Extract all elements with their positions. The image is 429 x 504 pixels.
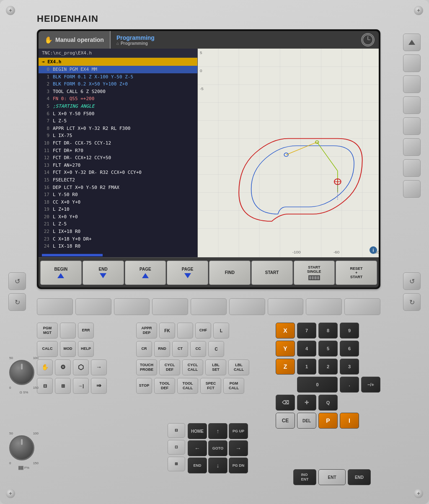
- stack-btn-1[interactable]: ⊟: [168, 423, 185, 438]
- cr-button[interactable]: CR: [136, 341, 152, 357]
- num4-button[interactable]: 4: [297, 341, 316, 357]
- fkey-6[interactable]: [229, 298, 265, 315]
- up-arrow-button[interactable]: ↑: [208, 423, 227, 439]
- start-button[interactable]: START: [251, 261, 293, 285]
- arrow-right-button[interactable]: →: [91, 359, 107, 375]
- table-row[interactable]: 21L Z-5: [39, 220, 197, 228]
- spec-fct-button[interactable]: SPECFCT: [200, 378, 221, 394]
- table-row[interactable]: 6L X+0 Y-50 F500: [39, 110, 197, 118]
- table-row[interactable]: 2BLK FORM 0.2 X+50 Y+100 Z+0: [39, 80, 197, 88]
- table-row[interactable]: 11FCT DR+ R70: [39, 147, 197, 155]
- rnd-button[interactable]: RND: [154, 341, 170, 357]
- home-button[interactable]: HOME: [188, 423, 207, 439]
- lbl-set-button[interactable]: LBLSET: [205, 359, 226, 375]
- num7-button[interactable]: 7: [297, 323, 316, 339]
- left-nav-rotate-left[interactable]: ↺: [8, 272, 26, 290]
- num5-button[interactable]: 5: [318, 341, 338, 357]
- program-button[interactable]: ⬡: [73, 359, 89, 375]
- arrow-btn-right2[interactable]: ⇒: [91, 378, 107, 394]
- table-row[interactable]: 13FLT AN+270: [39, 162, 197, 169]
- calc-button[interactable]: CALC: [37, 341, 58, 357]
- cycl-def-button[interactable]: CYCLDEF: [159, 359, 180, 375]
- scrollbar[interactable]: [42, 254, 194, 256]
- table-row[interactable]: 17L Y-50 R0: [39, 191, 197, 199]
- fkey-1[interactable]: [37, 298, 73, 315]
- l-btn[interactable]: L: [213, 323, 229, 339]
- cc-button[interactable]: CC: [190, 341, 206, 357]
- reset-start-button[interactable]: RESET+START: [336, 261, 377, 285]
- right-nav-btn-6[interactable]: [403, 138, 421, 156]
- table-row[interactable]: 15FSELECT2: [39, 176, 197, 184]
- end-button[interactable]: END: [83, 261, 124, 285]
- screen-btn-3[interactable]: →|: [73, 378, 89, 394]
- num8-button[interactable]: 8: [318, 323, 338, 339]
- pgm-mgt-button[interactable]: PGMMGT: [37, 323, 58, 339]
- table-row[interactable]: 22L IX+18 R0: [39, 228, 197, 235]
- num6-button[interactable]: 6: [340, 341, 359, 357]
- settings-button[interactable]: ⚙: [55, 359, 71, 375]
- stack-btn-2[interactable]: ⊡: [168, 440, 185, 455]
- table-row[interactable]: 7L Z-5: [39, 117, 197, 125]
- table-row[interactable]: 9L IX-75: [39, 132, 197, 140]
- c-button[interactable]: C: [208, 341, 224, 357]
- i-button[interactable]: I: [340, 413, 359, 429]
- blank-mid-1[interactable]: [177, 323, 193, 339]
- mod-button[interactable]: MOD: [60, 341, 76, 357]
- code-lines[interactable]: 0BEGIN PGM EX4 MM1BLK FORM 0.1 Z X-100 Y…: [39, 66, 197, 253]
- tab-programming[interactable]: Programming ⌂ Programming: [111, 31, 160, 49]
- p-button[interactable]: P: [318, 413, 338, 429]
- fkey-8[interactable]: [306, 298, 342, 315]
- fkey-3[interactable]: [114, 298, 150, 315]
- screen-btn-1[interactable]: ⊟: [37, 378, 53, 394]
- right-nav-btn-1[interactable]: [403, 34, 421, 51]
- backspace-button[interactable]: ⌫: [276, 395, 295, 411]
- hand-mode-button[interactable]: ✋: [37, 359, 53, 375]
- ct-button[interactable]: CT: [172, 341, 188, 357]
- plus-cross-button[interactable]: ✛: [297, 395, 316, 411]
- right-nav-btn-5[interactable]: [403, 117, 421, 135]
- num2-button[interactable]: 2: [318, 359, 338, 375]
- num9-button[interactable]: 9: [340, 323, 359, 339]
- lbl-call-button[interactable]: LBLCALL: [228, 359, 249, 375]
- right-nav-btn-7[interactable]: [403, 159, 421, 177]
- table-row[interactable]: 4FN 0: Q55 =+200: [39, 95, 197, 103]
- start-single-button[interactable]: STARTSINGLE: [294, 261, 335, 285]
- table-row[interactable]: 8APPR LCT X+0 Y-32 R2 RL F300: [39, 125, 197, 132]
- ino-ent-button[interactable]: INOENT: [293, 469, 316, 485]
- num1-button[interactable]: 1: [297, 359, 316, 375]
- tool-def-button[interactable]: TOOLDEF: [154, 378, 175, 394]
- fkey-9[interactable]: [344, 298, 380, 315]
- table-row[interactable]: 5;STARTING ANGLE: [39, 103, 197, 110]
- tool-call-button[interactable]: TOOLCALL: [177, 378, 198, 394]
- down-arrow-button[interactable]: ↓: [208, 457, 227, 473]
- touch-probe-button[interactable]: TOUCHPROBE: [136, 359, 157, 375]
- end-nav-button[interactable]: END: [188, 457, 207, 473]
- left-nav-rotate-right[interactable]: ↻: [8, 293, 26, 311]
- chf-button[interactable]: CHF: [195, 323, 211, 339]
- speed-knob[interactable]: [9, 360, 34, 385]
- z-button[interactable]: Z: [276, 359, 295, 375]
- table-row[interactable]: 14FCT X+0 Y-32 DR- R32 CCX+0 CCY+0: [39, 169, 197, 176]
- num3-button[interactable]: 3: [340, 359, 359, 375]
- dot-button[interactable]: .: [340, 377, 359, 393]
- table-row[interactable]: 3TOOL CALL 6 Z S2000: [39, 88, 197, 96]
- right-nav-btn-2[interactable]: [403, 54, 421, 72]
- y-button[interactable]: Y: [276, 341, 295, 357]
- active-file[interactable]: EX4.h: [39, 58, 197, 66]
- find-button[interactable]: FIND: [209, 261, 251, 285]
- right-arrow-button[interactable]: →: [229, 440, 248, 456]
- q-button[interactable]: Q: [318, 395, 338, 411]
- ent-button[interactable]: ENT: [318, 469, 346, 485]
- right-nav-rotate-left[interactable]: ↺: [403, 272, 421, 290]
- table-row[interactable]: 19L Z+10: [39, 206, 197, 213]
- right-nav-btn-3[interactable]: [403, 75, 421, 93]
- left-arrow-button[interactable]: ←: [188, 440, 207, 456]
- table-row[interactable]: 23C X+18 Y+0 DR+: [39, 235, 197, 243]
- table-row[interactable]: 18CC X+0 Y+0: [39, 199, 197, 206]
- page-up-button[interactable]: PAGE: [125, 261, 166, 285]
- begin-button[interactable]: BEGIN: [40, 261, 82, 285]
- fkey-4[interactable]: [152, 298, 188, 315]
- stop-button[interactable]: STOP: [136, 378, 152, 394]
- table-row[interactable]: 20L X+0 Y+0: [39, 213, 197, 221]
- table-row[interactable]: 16DEP LCT X+0 Y-50 R2 FMAX: [39, 184, 197, 191]
